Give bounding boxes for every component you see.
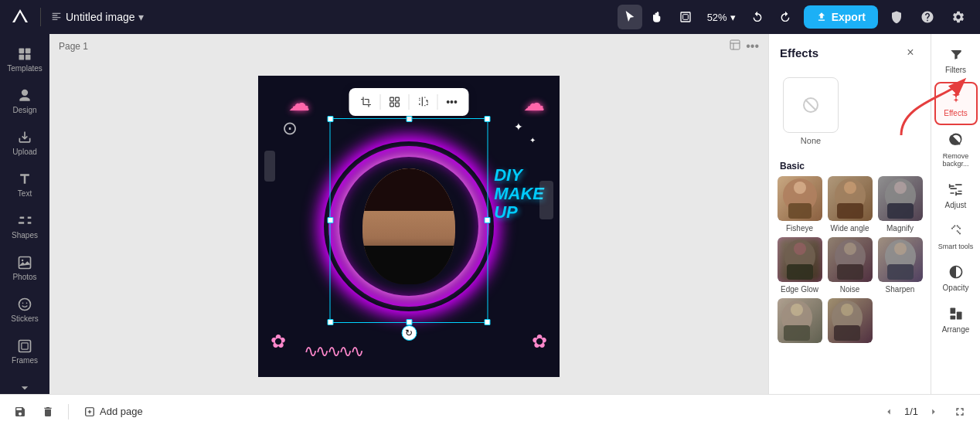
topbar-right: Export xyxy=(804,5,971,29)
svg-rect-45 xyxy=(956,312,961,320)
file-title: Untitled image xyxy=(66,11,135,23)
sidebar-label-remove-bg: Remove backgr... xyxy=(937,152,975,168)
ft-more-btn[interactable]: ••• xyxy=(441,91,463,113)
export-button[interactable]: Export xyxy=(804,5,878,29)
svg-rect-22 xyxy=(788,203,812,219)
panel-header: Effects × xyxy=(769,34,931,68)
svg-rect-17 xyxy=(396,103,400,107)
sidebar-label-upload: Upload xyxy=(12,148,37,156)
effect-magnify[interactable]: Magnify xyxy=(877,176,923,233)
svg-line-19 xyxy=(805,100,816,110)
sidebar-label-frames: Frames xyxy=(12,356,38,365)
zoom-control[interactable]: 52% ▾ xyxy=(701,8,742,26)
effect-none-option[interactable]: None xyxy=(780,74,842,148)
page-indicator: 1/1 xyxy=(904,406,918,417)
settings-icon-btn[interactable] xyxy=(946,5,971,29)
effect-thumb-extra2 xyxy=(828,298,873,343)
canvas-container[interactable]: ☁ ☁ ✦ ★ ✦ ✦ ⊙ DI xyxy=(49,58,768,394)
save-icon-btn[interactable] xyxy=(9,401,31,423)
deco-cloud-1: ☁ xyxy=(288,90,310,116)
sidebar-item-photos[interactable]: Photos xyxy=(3,249,46,287)
sidebar-item-shapes[interactable]: Shapes xyxy=(3,207,46,246)
shield-icon-btn[interactable] xyxy=(884,5,909,29)
frame-tool[interactable] xyxy=(673,5,698,29)
sidebar-item-stickers[interactable]: Stickers xyxy=(3,290,46,329)
svg-point-39 xyxy=(791,304,803,316)
next-page-btn[interactable] xyxy=(924,403,943,421)
svg-point-36 xyxy=(894,243,907,255)
effect-edgeglow[interactable]: Edge Glow xyxy=(777,237,822,294)
svg-rect-28 xyxy=(887,203,914,219)
deco-star-3: ✦ xyxy=(514,121,523,133)
svg-rect-0 xyxy=(681,12,690,22)
select-tool[interactable] xyxy=(618,5,642,29)
panel-close-button[interactable]: × xyxy=(901,43,920,62)
svg-rect-6 xyxy=(19,257,31,269)
sidebar-item-design[interactable]: Design xyxy=(3,82,46,121)
effects-panel: Effects × None Basic Fisheye xyxy=(768,34,931,394)
sidebar-item-adjust[interactable]: Adjust xyxy=(934,175,978,216)
sidebar-item-remove-bg[interactable]: Remove backgr... xyxy=(934,127,978,174)
ft-divider-1 xyxy=(380,94,381,110)
sidebar-label-stickers: Stickers xyxy=(11,314,39,323)
panel-title: Effects xyxy=(780,46,818,59)
bottom-sep-1 xyxy=(68,404,69,420)
svg-rect-40 xyxy=(784,325,810,341)
ft-group-btn[interactable] xyxy=(384,91,406,113)
hand-tool[interactable] xyxy=(645,5,670,29)
sidebar-item-effects[interactable]: Effects xyxy=(934,82,978,125)
effect-fisheye[interactable]: Fisheye xyxy=(777,176,822,233)
sidebar-item-frames[interactable]: Frames xyxy=(3,332,46,371)
deco-star-4: ✦ xyxy=(529,136,536,144)
sidebar-label-templates: Templates xyxy=(7,64,43,73)
sidebar-label-shapes: Shapes xyxy=(12,231,38,239)
sidebar-item-smart-tools[interactable]: Smart tools xyxy=(934,217,978,256)
sidebar-item-filters[interactable]: Filters xyxy=(934,40,978,80)
prev-page-btn[interactable] xyxy=(880,403,898,421)
sidebar-item-text[interactable]: Text xyxy=(3,165,46,204)
svg-point-10 xyxy=(26,303,28,304)
deco-cloud-2: ☁ xyxy=(523,90,545,116)
add-page-label: Add page xyxy=(100,406,143,417)
svg-rect-13 xyxy=(730,40,740,49)
sidebar-item-arrange[interactable]: Arrange xyxy=(934,300,978,340)
redo-button[interactable] xyxy=(773,5,798,29)
svg-rect-16 xyxy=(390,103,394,107)
help-icon-btn[interactable] xyxy=(915,5,940,29)
svg-point-33 xyxy=(844,243,856,255)
ft-flip-btn[interactable] xyxy=(413,91,434,113)
effect-thumb-noise xyxy=(828,237,873,282)
page-label: Page 1 xyxy=(59,41,88,52)
svg-point-27 xyxy=(894,182,907,194)
person-clothing xyxy=(362,246,455,284)
sidebar-expand[interactable] xyxy=(3,374,46,394)
canvas-topbar: Page 1 ••• xyxy=(49,34,768,58)
ft-divider-3 xyxy=(437,94,438,110)
logo[interactable] xyxy=(9,6,31,28)
svg-point-42 xyxy=(841,304,853,316)
effect-sharpen[interactable]: Sharpen xyxy=(877,237,923,294)
canvas-image[interactable]: ☁ ☁ ✦ ★ ✦ ✦ ⊙ DI xyxy=(258,76,560,377)
effect-noise[interactable]: Noise xyxy=(827,237,873,294)
effect-wideangle[interactable]: Wide angle xyxy=(827,176,873,233)
svg-point-21 xyxy=(794,182,806,194)
canvas-content: ☁ ☁ ✦ ★ ✦ ✦ ⊙ DI xyxy=(258,76,560,377)
add-page-button[interactable]: Add page xyxy=(78,403,149,420)
sidebar-label-effects: Effects xyxy=(944,109,967,117)
svg-rect-1 xyxy=(682,15,688,20)
undo-button[interactable] xyxy=(745,5,770,29)
svg-rect-3 xyxy=(26,49,31,54)
effect-extra2[interactable] xyxy=(827,298,873,346)
sidebar-item-templates[interactable]: Templates xyxy=(3,40,46,79)
file-title-area[interactable]: Untitled image ▾ xyxy=(50,11,144,23)
canvas-options-icon[interactable] xyxy=(729,39,741,53)
sidebar-item-upload[interactable]: Upload xyxy=(3,124,46,162)
ft-crop-btn[interactable] xyxy=(356,91,377,113)
effect-label-magnify: Magnify xyxy=(886,224,914,233)
trash-icon-btn[interactable] xyxy=(37,401,59,423)
sidebar-item-opacity[interactable]: Opacity xyxy=(934,258,978,298)
effect-extra1[interactable] xyxy=(777,298,822,346)
canvas-more-icon[interactable]: ••• xyxy=(746,39,759,53)
expand-btn[interactable] xyxy=(949,401,971,423)
person-hair xyxy=(362,168,455,211)
